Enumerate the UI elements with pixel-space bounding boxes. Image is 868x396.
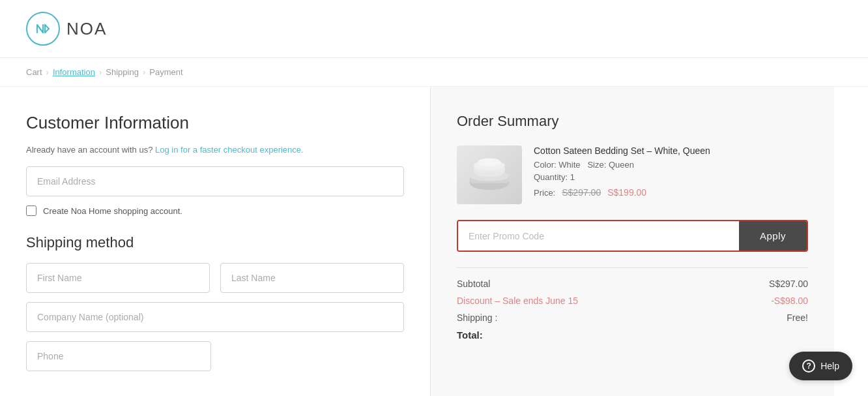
create-account-label: Create Noa Home shopping account. [43, 206, 182, 216]
breadcrumb-sep-3: › [143, 67, 145, 77]
name-row [26, 263, 404, 302]
main-layout: Customer Information Already have an acc… [0, 87, 868, 396]
subtotal-label: Subtotal [457, 279, 490, 289]
discount-value: -S$98.00 [771, 296, 808, 306]
logo-text: NOA [66, 19, 107, 39]
left-panel: Customer Information Already have an acc… [0, 87, 430, 396]
create-account-checkbox[interactable] [26, 206, 36, 216]
first-name-input[interactable] [26, 263, 210, 293]
promo-section: Apply [457, 220, 808, 252]
shipping-method-title: Shipping method [26, 234, 404, 251]
product-details: Cotton Sateen Bedding Set – White, Queen… [534, 145, 808, 198]
shipping-label: Shipping : [457, 312, 497, 323]
total-label: Total: [457, 329, 483, 341]
company-input[interactable] [26, 302, 404, 332]
price-label: Price: [534, 188, 555, 198]
shipping-value: Free! [787, 312, 808, 323]
discount-label: Discount – Sale ends June 15 [457, 296, 578, 306]
product-color-size: Color: White Size: Queen [534, 160, 808, 170]
product-price-row: Price: S$297.00 S$199.00 [534, 187, 808, 198]
promo-code-input[interactable] [458, 221, 739, 251]
svg-point-6 [478, 158, 500, 166]
breadcrumb-cart[interactable]: Cart [26, 67, 42, 77]
logo: NOA [26, 12, 107, 46]
last-name-input[interactable] [220, 263, 404, 293]
product-name: Cotton Sateen Bedding Set – White, Queen [534, 145, 808, 156]
discount-row: Discount – Sale ends June 15 -S$98.00 [457, 296, 808, 306]
price-original: S$297.00 [562, 187, 601, 198]
help-icon: ? [802, 359, 815, 373]
breadcrumb-information[interactable]: Information [53, 67, 95, 77]
logo-icon [26, 12, 60, 46]
subtotal-row: Subtotal S$297.00 [457, 279, 808, 289]
apply-button[interactable]: Apply [739, 221, 807, 251]
page-header: NOA [0, 0, 868, 58]
product-quantity: Quantity: 1 [534, 172, 808, 182]
product-image [457, 145, 522, 204]
help-button[interactable]: ? Help [789, 352, 852, 380]
breadcrumb: Cart › Information › Shipping › Payment [0, 58, 868, 87]
help-label: Help [820, 361, 839, 371]
breadcrumb-shipping[interactable]: Shipping [106, 67, 139, 77]
login-link[interactable]: Log in for a faster checkout experience. [155, 145, 304, 155]
subtotal-value: S$297.00 [769, 279, 808, 289]
product-row: Cotton Sateen Bedding Set – White, Queen… [457, 145, 808, 204]
phone-input[interactable] [26, 341, 211, 371]
price-sale: S$199.00 [607, 187, 646, 198]
breadcrumb-sep-2: › [99, 67, 102, 77]
create-account-row: Create Noa Home shopping account. [26, 206, 404, 216]
totals-section: Subtotal S$297.00 Discount – Sale ends J… [457, 267, 808, 341]
already-account-text: Already have an account with us? Log in … [26, 145, 404, 155]
order-summary-title: Order Summary [457, 113, 808, 130]
shipping-row: Shipping : Free! [457, 312, 808, 323]
breadcrumb-sep-1: › [46, 67, 49, 77]
breadcrumb-payment[interactable]: Payment [149, 67, 182, 77]
total-row: Total: [457, 329, 808, 341]
email-input[interactable] [26, 166, 404, 196]
right-panel: Order Summary Cotton Sateen Bedding Set … [430, 87, 834, 396]
customer-info-title: Customer Information [26, 113, 404, 133]
